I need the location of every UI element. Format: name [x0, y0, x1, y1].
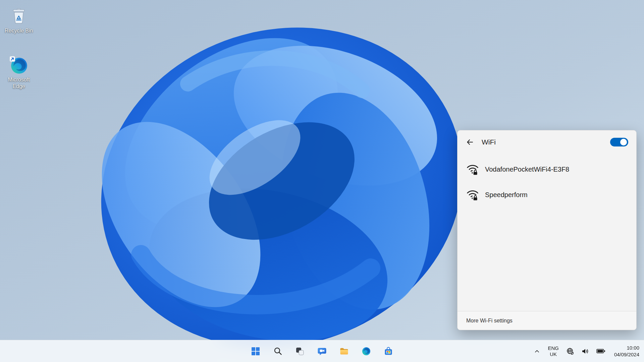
wifi-secured-icon: [466, 188, 479, 201]
network-status-button[interactable]: [565, 346, 576, 357]
wifi-network-row[interactable]: VodafonePocketWiFi4-E3F8: [458, 157, 636, 182]
search-button[interactable]: [270, 343, 286, 359]
search-icon: [273, 347, 282, 356]
wifi-secured-icon: [466, 163, 479, 176]
taskbar-tray: ENG UK: [532, 340, 639, 362]
edge-icon: [9, 56, 29, 75]
taskbar-center-icons: [248, 340, 396, 362]
language-line1: ENG: [548, 345, 559, 351]
wifi-network-list: VodafonePocketWiFi4-E3F8 Speedperform: [458, 154, 636, 311]
edge-icon: [362, 347, 371, 356]
battery-button[interactable]: [595, 347, 607, 355]
wifi-flyout-footer: More Wi-Fi settings: [458, 311, 636, 330]
store-button[interactable]: [380, 343, 396, 359]
wifi-network-row[interactable]: Speedperform: [458, 182, 636, 207]
windows-logo-icon: [251, 347, 260, 356]
folder-icon: [339, 347, 349, 356]
wifi-flyout: WiFi VodafonePocketWiFi4-E3F8: [457, 130, 637, 330]
file-explorer-button[interactable]: [336, 343, 352, 359]
speaker-icon: [581, 347, 589, 355]
wifi-title: WiFi: [482, 138, 496, 146]
desktop-icon-label: Microsoft Edge: [3, 76, 35, 90]
back-button[interactable]: [464, 136, 476, 148]
system-tray-icons: [565, 346, 607, 357]
start-button[interactable]: [248, 343, 264, 359]
globe-no-internet-icon: [566, 347, 574, 355]
back-arrow-icon: [466, 138, 474, 146]
store-icon: [384, 347, 393, 356]
chevron-up-icon: [534, 348, 540, 355]
show-hidden-icons-button[interactable]: [532, 347, 542, 356]
desktop-icon-label: Recycle Bin: [5, 27, 33, 34]
desktop-icon-recycle-bin[interactable]: Recycle Bin: [3, 7, 35, 34]
desktop-icon-microsoft-edge[interactable]: Microsoft Edge: [3, 56, 35, 90]
volume-button[interactable]: [580, 346, 591, 357]
clock-time: 10:00: [627, 345, 639, 351]
shortcut-arrow-badge: [10, 56, 15, 62]
taskbar: ENG UK: [0, 340, 644, 362]
wifi-network-name: VodafonePocketWiFi4-E3F8: [485, 166, 569, 173]
clock-date: 04/09/2024: [614, 351, 639, 358]
task-view-icon: [295, 347, 305, 356]
language-indicator[interactable]: ENG UK: [548, 345, 559, 357]
edge-button[interactable]: [358, 343, 374, 359]
clock[interactable]: 10:00 04/09/2024: [614, 345, 639, 358]
more-wifi-settings-link[interactable]: More Wi-Fi settings: [466, 318, 513, 324]
recycle-bin-icon: [9, 7, 29, 26]
language-line2: UK: [550, 351, 557, 357]
wifi-toggle[interactable]: [610, 138, 628, 146]
wifi-network-name: Speedperform: [485, 191, 528, 199]
wifi-flyout-header: WiFi: [458, 130, 636, 154]
chat-button[interactable]: [314, 343, 330, 359]
chat-icon: [317, 347, 327, 356]
task-view-button[interactable]: [292, 343, 308, 359]
wifi-toggle-knob: [620, 139, 627, 145]
battery-icon: [596, 349, 605, 354]
